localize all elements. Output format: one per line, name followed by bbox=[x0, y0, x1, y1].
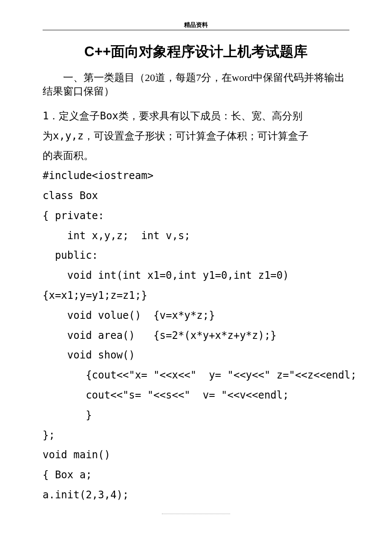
body-line: {cout<<"x= "<<x<<" y= "<<y<<" z="<<z<<en… bbox=[43, 365, 349, 385]
body-line: void volue() {v=x*y*z;} bbox=[43, 306, 349, 326]
body-line: cout<<"s= "<<s<<" v= "<<v<<endl; bbox=[43, 385, 349, 405]
footer-divider bbox=[162, 514, 230, 514]
document-title: C++面向对象程序设计上机考试题库 bbox=[43, 42, 349, 61]
body-line: void int(int x1=0,int y1=0,int z1=0) bbox=[43, 266, 349, 286]
body-line: { private: bbox=[43, 206, 349, 226]
body-line: }; bbox=[43, 425, 349, 445]
header-label: 精品资料 bbox=[43, 21, 349, 30]
body-line: #include<iostream> bbox=[43, 166, 349, 186]
body-line: void main() bbox=[43, 445, 349, 465]
document-page: 精品资料 C++面向对象程序设计上机考试题库 一、第一类题目（20道，每题7分，… bbox=[0, 0, 392, 527]
body-line: 的表面积。 bbox=[43, 146, 349, 166]
body-line: class Box bbox=[43, 186, 349, 206]
body-line: { Box a; bbox=[43, 465, 349, 485]
section-intro: 一、第一类题目（20道，每题7分，在word中保留代码并将输出结果窗口保留） bbox=[43, 71, 349, 98]
body-line: void area() {s=2*(x*y+x*z+y*z);} bbox=[43, 326, 349, 346]
body-line: {x=x1;y=y1;z=z1;} bbox=[43, 286, 349, 306]
body-line: a.init(2,3,4); bbox=[43, 485, 349, 505]
body-line: 1．定义盒子Box类，要求具有以下成员：长、宽、高分别 bbox=[43, 106, 349, 126]
body-line: } bbox=[43, 405, 349, 425]
body-line: 为x,y,z，可设置盒子形状；可计算盒子体积；可计算盒子 bbox=[43, 126, 349, 146]
body-line: int x,y,z; int v,s; bbox=[43, 226, 349, 246]
body-line: public: bbox=[43, 246, 349, 266]
body-line: void show() bbox=[43, 345, 349, 365]
